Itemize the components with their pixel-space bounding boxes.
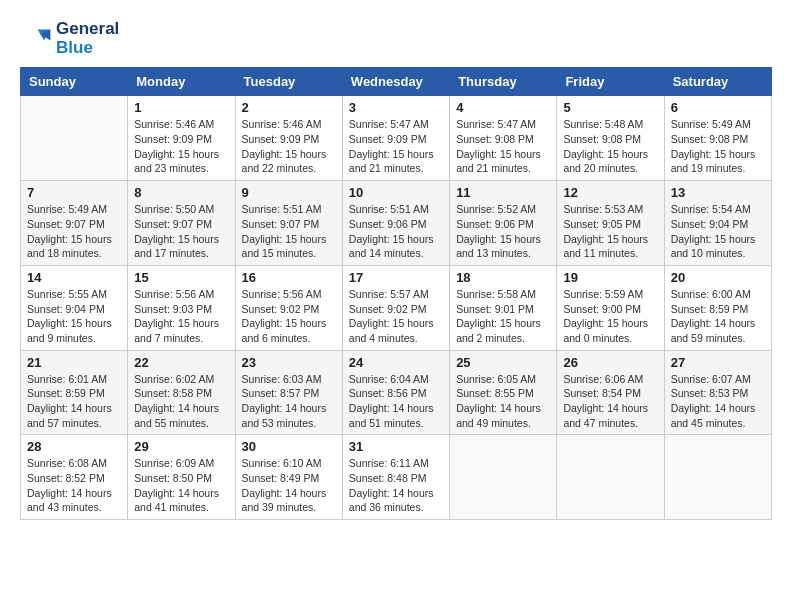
day-info: Sunrise: 5:47 AM Sunset: 9:09 PM Dayligh…: [349, 117, 443, 176]
day-info: Sunrise: 5:59 AM Sunset: 9:00 PM Dayligh…: [563, 287, 657, 346]
calendar-cell: 1Sunrise: 5:46 AM Sunset: 9:09 PM Daylig…: [128, 96, 235, 181]
calendar-cell: 25Sunrise: 6:05 AM Sunset: 8:55 PM Dayli…: [450, 350, 557, 435]
day-number: 10: [349, 185, 443, 200]
day-info: Sunrise: 5:50 AM Sunset: 9:07 PM Dayligh…: [134, 202, 228, 261]
day-info: Sunrise: 6:08 AM Sunset: 8:52 PM Dayligh…: [27, 456, 121, 515]
calendar-cell: 6Sunrise: 5:49 AM Sunset: 9:08 PM Daylig…: [664, 96, 771, 181]
day-number: 9: [242, 185, 336, 200]
calendar-cell: 16Sunrise: 5:56 AM Sunset: 9:02 PM Dayli…: [235, 265, 342, 350]
column-header-tuesday: Tuesday: [235, 68, 342, 96]
day-info: Sunrise: 5:47 AM Sunset: 9:08 PM Dayligh…: [456, 117, 550, 176]
day-info: Sunrise: 6:11 AM Sunset: 8:48 PM Dayligh…: [349, 456, 443, 515]
calendar-cell: [557, 435, 664, 520]
day-number: 13: [671, 185, 765, 200]
calendar-table: SundayMondayTuesdayWednesdayThursdayFrid…: [20, 67, 772, 520]
day-info: Sunrise: 5:48 AM Sunset: 9:08 PM Dayligh…: [563, 117, 657, 176]
day-info: Sunrise: 6:01 AM Sunset: 8:59 PM Dayligh…: [27, 372, 121, 431]
calendar-cell: 23Sunrise: 6:03 AM Sunset: 8:57 PM Dayli…: [235, 350, 342, 435]
day-info: Sunrise: 6:02 AM Sunset: 8:58 PM Dayligh…: [134, 372, 228, 431]
day-number: 20: [671, 270, 765, 285]
calendar-cell: 30Sunrise: 6:10 AM Sunset: 8:49 PM Dayli…: [235, 435, 342, 520]
calendar-cell: 17Sunrise: 5:57 AM Sunset: 9:02 PM Dayli…: [342, 265, 449, 350]
day-number: 24: [349, 355, 443, 370]
day-number: 12: [563, 185, 657, 200]
calendar-cell: 3Sunrise: 5:47 AM Sunset: 9:09 PM Daylig…: [342, 96, 449, 181]
day-number: 15: [134, 270, 228, 285]
day-info: Sunrise: 5:58 AM Sunset: 9:01 PM Dayligh…: [456, 287, 550, 346]
day-number: 11: [456, 185, 550, 200]
day-info: Sunrise: 6:05 AM Sunset: 8:55 PM Dayligh…: [456, 372, 550, 431]
calendar-cell: 4Sunrise: 5:47 AM Sunset: 9:08 PM Daylig…: [450, 96, 557, 181]
calendar-cell: 8Sunrise: 5:50 AM Sunset: 9:07 PM Daylig…: [128, 181, 235, 266]
day-number: 28: [27, 439, 121, 454]
calendar-cell: 18Sunrise: 5:58 AM Sunset: 9:01 PM Dayli…: [450, 265, 557, 350]
calendar-cell: 21Sunrise: 6:01 AM Sunset: 8:59 PM Dayli…: [21, 350, 128, 435]
calendar-cell: 13Sunrise: 5:54 AM Sunset: 9:04 PM Dayli…: [664, 181, 771, 266]
column-header-friday: Friday: [557, 68, 664, 96]
day-info: Sunrise: 5:53 AM Sunset: 9:05 PM Dayligh…: [563, 202, 657, 261]
logo: General Blue: [20, 20, 119, 57]
calendar-cell: [21, 96, 128, 181]
day-info: Sunrise: 5:57 AM Sunset: 9:02 PM Dayligh…: [349, 287, 443, 346]
calendar-cell: 11Sunrise: 5:52 AM Sunset: 9:06 PM Dayli…: [450, 181, 557, 266]
calendar-cell: [664, 435, 771, 520]
day-number: 26: [563, 355, 657, 370]
day-info: Sunrise: 6:10 AM Sunset: 8:49 PM Dayligh…: [242, 456, 336, 515]
day-number: 16: [242, 270, 336, 285]
day-number: 2: [242, 100, 336, 115]
calendar-cell: 24Sunrise: 6:04 AM Sunset: 8:56 PM Dayli…: [342, 350, 449, 435]
calendar-cell: 9Sunrise: 5:51 AM Sunset: 9:07 PM Daylig…: [235, 181, 342, 266]
day-number: 18: [456, 270, 550, 285]
day-number: 3: [349, 100, 443, 115]
calendar-cell: 31Sunrise: 6:11 AM Sunset: 8:48 PM Dayli…: [342, 435, 449, 520]
day-number: 6: [671, 100, 765, 115]
day-number: 4: [456, 100, 550, 115]
day-number: 19: [563, 270, 657, 285]
calendar-cell: 14Sunrise: 5:55 AM Sunset: 9:04 PM Dayli…: [21, 265, 128, 350]
calendar-cell: 28Sunrise: 6:08 AM Sunset: 8:52 PM Dayli…: [21, 435, 128, 520]
day-info: Sunrise: 6:06 AM Sunset: 8:54 PM Dayligh…: [563, 372, 657, 431]
calendar-cell: 7Sunrise: 5:49 AM Sunset: 9:07 PM Daylig…: [21, 181, 128, 266]
day-info: Sunrise: 5:46 AM Sunset: 9:09 PM Dayligh…: [134, 117, 228, 176]
day-number: 8: [134, 185, 228, 200]
column-header-sunday: Sunday: [21, 68, 128, 96]
calendar-cell: 12Sunrise: 5:53 AM Sunset: 9:05 PM Dayli…: [557, 181, 664, 266]
day-info: Sunrise: 5:51 AM Sunset: 9:07 PM Dayligh…: [242, 202, 336, 261]
day-number: 17: [349, 270, 443, 285]
calendar-cell: 27Sunrise: 6:07 AM Sunset: 8:53 PM Dayli…: [664, 350, 771, 435]
calendar-cell: 10Sunrise: 5:51 AM Sunset: 9:06 PM Dayli…: [342, 181, 449, 266]
calendar-cell: 5Sunrise: 5:48 AM Sunset: 9:08 PM Daylig…: [557, 96, 664, 181]
day-number: 14: [27, 270, 121, 285]
column-header-thursday: Thursday: [450, 68, 557, 96]
day-number: 1: [134, 100, 228, 115]
day-number: 25: [456, 355, 550, 370]
day-info: Sunrise: 5:54 AM Sunset: 9:04 PM Dayligh…: [671, 202, 765, 261]
page-header: General Blue: [20, 20, 772, 57]
day-info: Sunrise: 6:00 AM Sunset: 8:59 PM Dayligh…: [671, 287, 765, 346]
calendar-cell: 22Sunrise: 6:02 AM Sunset: 8:58 PM Dayli…: [128, 350, 235, 435]
calendar-cell: 29Sunrise: 6:09 AM Sunset: 8:50 PM Dayli…: [128, 435, 235, 520]
day-number: 27: [671, 355, 765, 370]
calendar-cell: 15Sunrise: 5:56 AM Sunset: 9:03 PM Dayli…: [128, 265, 235, 350]
day-number: 29: [134, 439, 228, 454]
day-number: 31: [349, 439, 443, 454]
day-info: Sunrise: 6:04 AM Sunset: 8:56 PM Dayligh…: [349, 372, 443, 431]
day-info: Sunrise: 5:49 AM Sunset: 9:07 PM Dayligh…: [27, 202, 121, 261]
logo-icon: [20, 23, 52, 55]
day-info: Sunrise: 6:07 AM Sunset: 8:53 PM Dayligh…: [671, 372, 765, 431]
day-info: Sunrise: 5:46 AM Sunset: 9:09 PM Dayligh…: [242, 117, 336, 176]
column-header-saturday: Saturday: [664, 68, 771, 96]
column-header-monday: Monday: [128, 68, 235, 96]
day-info: Sunrise: 6:09 AM Sunset: 8:50 PM Dayligh…: [134, 456, 228, 515]
day-number: 5: [563, 100, 657, 115]
day-info: Sunrise: 5:56 AM Sunset: 9:02 PM Dayligh…: [242, 287, 336, 346]
day-info: Sunrise: 5:52 AM Sunset: 9:06 PM Dayligh…: [456, 202, 550, 261]
column-header-wednesday: Wednesday: [342, 68, 449, 96]
logo-text: General Blue: [56, 20, 119, 57]
day-number: 7: [27, 185, 121, 200]
day-info: Sunrise: 5:51 AM Sunset: 9:06 PM Dayligh…: [349, 202, 443, 261]
day-number: 30: [242, 439, 336, 454]
day-info: Sunrise: 5:55 AM Sunset: 9:04 PM Dayligh…: [27, 287, 121, 346]
day-number: 21: [27, 355, 121, 370]
calendar-cell: 26Sunrise: 6:06 AM Sunset: 8:54 PM Dayli…: [557, 350, 664, 435]
